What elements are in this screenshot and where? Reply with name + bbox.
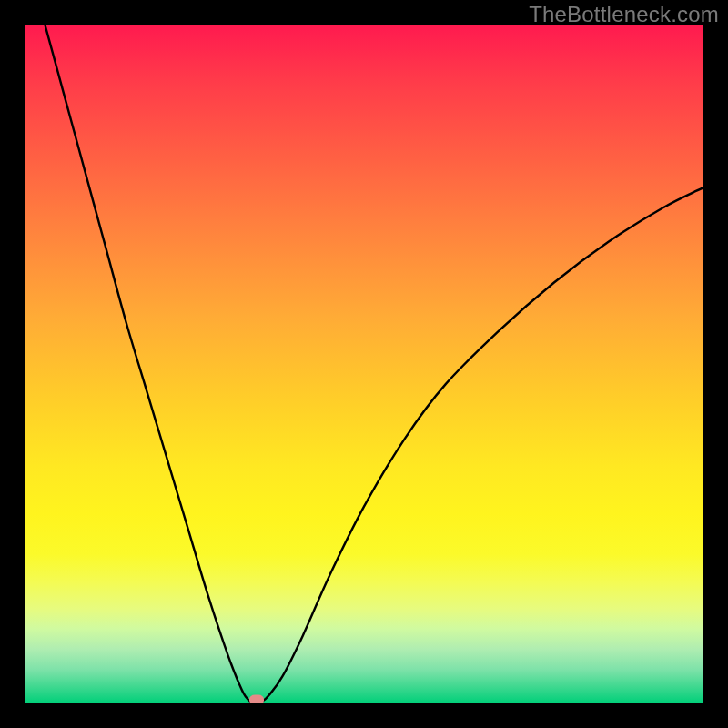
minimum-marker [249, 694, 264, 703]
curve-layer [25, 25, 703, 703]
bottleneck-curve [45, 25, 703, 703]
chart-frame: TheBottleneck.com [0, 0, 728, 728]
watermark-text: TheBottleneck.com [529, 2, 719, 27]
plot-area [25, 25, 703, 703]
